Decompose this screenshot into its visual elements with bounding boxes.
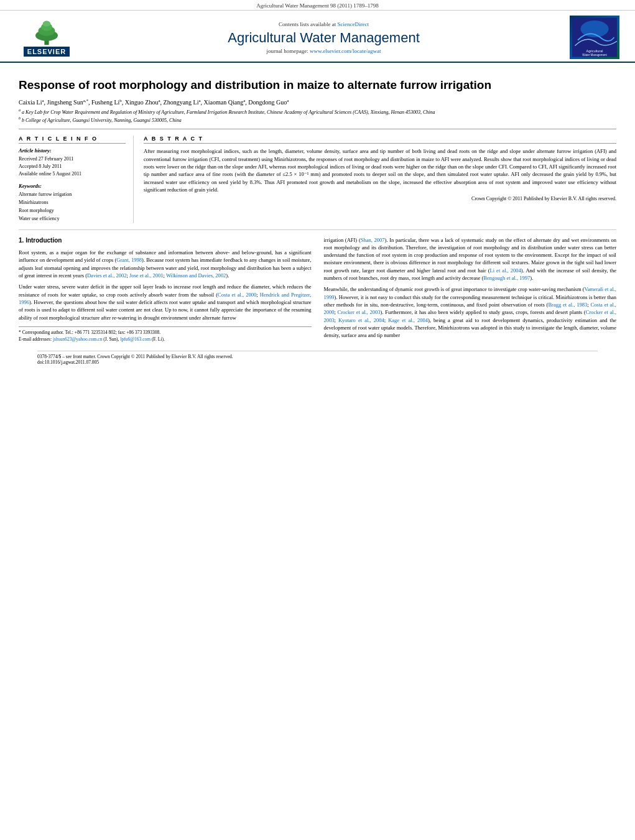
top-banner: Agricultural Water Management 98 (2011) … [0, 0, 635, 11]
info-abstract-section: A R T I C L E I N F O Article history: R… [19, 136, 616, 223]
section-number: 1. [19, 237, 24, 244]
bengough-1997-ref[interactable]: Bengough et al., 1997 [483, 275, 530, 281]
abstract-col: A B S T R A C T After measuring root mor… [144, 136, 616, 223]
hendrick-1996-ref[interactable]: Hendrick and Pregitzer, 1996 [19, 292, 312, 305]
costa-2000-ref[interactable]: Costa et al., 2000 [218, 292, 256, 298]
jose-2001-ref[interactable]: Jose et al., 2001 [129, 272, 164, 279]
vamerali-1999-ref[interactable]: Vamerali et al., 1999 [324, 286, 617, 300]
contents-text: Contents lists available at [279, 21, 337, 27]
svg-text:Agricultural: Agricultural [586, 49, 603, 53]
keyword-2: Minirhizatrons [19, 199, 126, 207]
abstract-paragraph: After measuring root morphological indic… [144, 147, 616, 193]
keywords-label: Keywords: [19, 183, 126, 189]
article-info-label: A R T I C L E I N F O [19, 136, 126, 144]
keyword-list: Alternate furrow irrigation Minirhizatro… [19, 191, 126, 223]
davies-2002-ref[interactable]: Davies et al., 2002 [87, 272, 127, 279]
received-date: Received 27 February 2011 [19, 155, 126, 163]
journal-title-center: Contents lists available at ScienceDirec… [81, 21, 567, 54]
keyword-4: Water use efficiency [19, 215, 126, 223]
section-1-heading: 1. Introduction [19, 236, 312, 246]
wilkinson-2002-ref[interactable]: Wilkinson and Davies, 2002 [166, 272, 226, 279]
body-left-col: 1. Introduction Root system, as a major … [19, 236, 312, 343]
sciencedirect-link[interactable]: ScienceDirect [338, 21, 369, 27]
issn-line: 0378-3774/$ – see front matter. Crown Co… [37, 354, 598, 359]
affiliation-b: b b College of Agriculture, Guangxi Univ… [19, 116, 616, 123]
abstract-text: After measuring root morphological indic… [144, 147, 616, 193]
body-right-col: irrigation (AFI) (Shan, 2007). In partic… [324, 236, 617, 343]
bragg-1983-ref[interactable]: Bragg et al., 1983 [548, 302, 587, 308]
article-dates: Received 27 February 2011 Accepted 8 Jul… [19, 155, 126, 178]
abstract-label: A B S T R A C T [144, 136, 616, 144]
awm-logo-box: Agricultural Water Management [570, 16, 619, 59]
introduction-section: 1. Introduction Root system, as a major … [19, 236, 616, 343]
article-info-col: A R T I C L E I N F O Article history: R… [19, 136, 134, 223]
corresponding-author-note: * Corresponding author. Tel.: +86 771 32… [19, 330, 312, 336]
crocker-2003-ref[interactable]: Crocker et al., 2003 [338, 309, 381, 315]
keyword-3: Root morphology [19, 207, 126, 215]
svg-text:Water Management: Water Management [582, 53, 607, 57]
shan-2007-ref[interactable]: Shan, 2007 [361, 237, 385, 243]
accepted-date: Accepted 8 July 2011 [19, 163, 126, 170]
elsevier-logo: ELSEVIER [12, 19, 81, 57]
authors-line: Caixia Lia, Jingsheng Suna,*, Fusheng Li… [19, 98, 616, 106]
kyotaro-2004-ref[interactable]: Kyotaro et al., 2004 [338, 317, 384, 323]
intro-para-2: Under water stress, severe water deficit… [19, 283, 312, 321]
li-2004-ref[interactable]: Li et al., 2004 [489, 267, 521, 274]
doi-line: doi:10.1016/j.agwat.2011.07.005 [37, 359, 598, 365]
contents-line: Contents lists available at ScienceDirec… [81, 21, 567, 27]
email-label: E-mail addresses: [19, 336, 52, 342]
section-title: Introduction [25, 237, 62, 244]
affiliation-a: a a Key Lab for Crop Water Requirement a… [19, 108, 616, 115]
bottom-footer: 0378-3774/$ – see front matter. Crown Co… [37, 351, 598, 365]
article-title-section: Response of root morphology and distribu… [19, 78, 616, 129]
email2-name: (F. Li). [152, 336, 165, 342]
email1-name: (J. Sun), [103, 336, 119, 342]
journal-title: Agricultural Water Management [81, 30, 567, 46]
email1-link[interactable]: jshsun623@yahoo.com.cn [53, 336, 102, 342]
homepage-url[interactable]: www.elsevier.com/locate/agwat [310, 48, 381, 54]
history-label: Article history: [19, 147, 126, 154]
keyword-1: Alternate furrow irrigation [19, 191, 126, 199]
kage-2004-ref[interactable]: Kage et al., 2004 [388, 317, 428, 323]
article-title: Response of root morphology and distribu… [19, 78, 616, 93]
section-divider [19, 229, 616, 230]
email-line: E-mail addresses: jshsun623@yahoo.com.cn… [19, 336, 312, 343]
homepage-line: journal homepage: www.elsevier.com/locat… [81, 48, 567, 54]
available-date: Available online 5 August 2011 [19, 170, 126, 178]
journal-citation: Agricultural Water Management 98 (2011) … [256, 2, 378, 9]
homepage-text: journal homepage: [267, 48, 310, 54]
awm-logo-icon: Agricultural Water Management [572, 16, 617, 59]
journal-logo-right: Agricultural Water Management [567, 16, 623, 59]
email2-link[interactable]: lpfu6@163.com [120, 336, 151, 342]
grant-1998-ref[interactable]: Grant, 1998 [116, 257, 142, 263]
main-content: Response of root morphology and distribu… [0, 63, 635, 371]
elsevier-tree-icon [22, 19, 72, 47]
crown-copyright: Crown Copyright © 2011 Published by Else… [144, 196, 616, 201]
elsevier-wordmark: ELSEVIER [24, 47, 70, 57]
journal-header: ELSEVIER Contents lists available at Sci… [0, 11, 635, 63]
footnote-area: * Corresponding author. Tel.: +86 771 32… [19, 326, 312, 343]
intro-para-3: irrigation (AFI) (Shan, 2007). In partic… [324, 236, 617, 282]
svg-point-4 [43, 21, 51, 26]
intro-para-1: Root system, as a major organ for the ex… [19, 249, 312, 279]
intro-para-4: Meanwhile, the understanding of dynamic … [324, 285, 617, 339]
